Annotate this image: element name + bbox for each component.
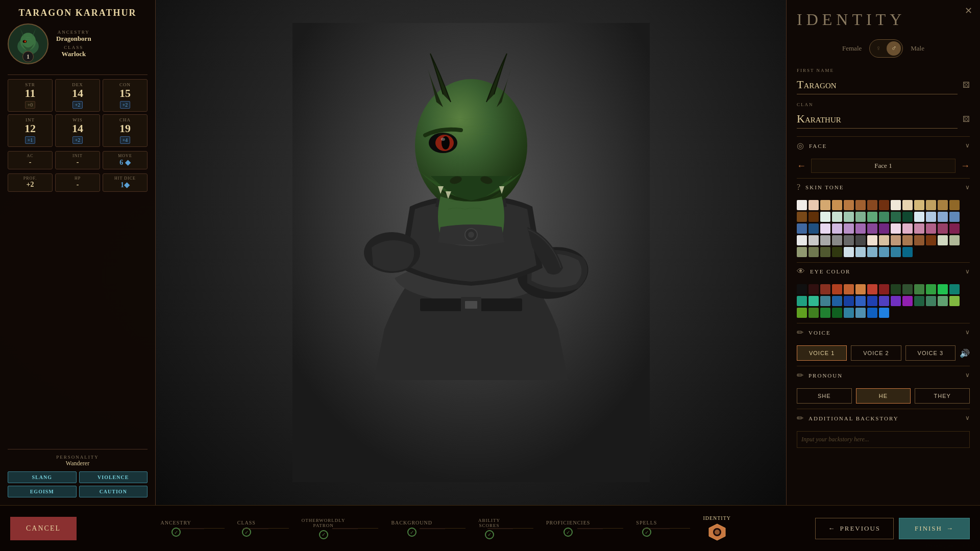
eye-swatch-0[interactable] (797, 284, 807, 294)
eye-swatch-21[interactable] (879, 296, 889, 306)
skin-swatch-51[interactable] (902, 235, 913, 245)
eye-swatch-3[interactable] (832, 284, 842, 294)
face-next-button[interactable]: → (961, 161, 970, 171)
gender-female-option[interactable]: ♀ (871, 41, 886, 56)
skin-swatch-49[interactable] (879, 235, 889, 245)
eye-swatch-1[interactable] (808, 284, 819, 294)
first-name-random-icon[interactable]: ⚄ (963, 80, 970, 90)
eye-swatch-26[interactable] (938, 296, 948, 306)
eye-swatch-11[interactable] (926, 284, 936, 294)
voice-3-button[interactable]: VOICE 3 (905, 345, 955, 361)
eye-swatch-25[interactable] (926, 296, 936, 306)
skin-tone-section-header[interactable]: ? SKIN TONE ∨ (797, 178, 970, 196)
skin-swatch-23[interactable] (902, 212, 913, 222)
skin-swatch-45[interactable] (832, 235, 842, 245)
skin-swatch-41[interactable] (949, 223, 960, 234)
skin-swatch-17[interactable] (832, 212, 842, 222)
eye-swatch-9[interactable] (902, 284, 913, 294)
skin-swatch-5[interactable] (855, 200, 866, 210)
eye-swatch-29[interactable] (808, 308, 819, 318)
eye-swatch-14[interactable] (797, 296, 807, 306)
eye-swatch-5[interactable] (855, 284, 866, 294)
volume-icon[interactable]: 🔊 (960, 348, 970, 358)
skin-swatch-36[interactable] (891, 223, 901, 234)
eye-swatch-10[interactable] (914, 284, 924, 294)
skin-swatch-11[interactable] (926, 200, 936, 210)
skin-swatch-38[interactable] (914, 223, 924, 234)
skin-swatch-53[interactable] (926, 235, 936, 245)
skin-swatch-48[interactable] (867, 235, 877, 245)
skin-swatch-28[interactable] (797, 223, 807, 234)
eye-color-section-header[interactable]: 👁 EYE COLOR ∨ (797, 262, 970, 280)
skin-swatch-57[interactable] (808, 247, 819, 257)
skin-swatch-35[interactable] (879, 223, 889, 234)
skin-swatch-20[interactable] (867, 212, 877, 222)
skin-swatch-63[interactable] (879, 247, 889, 257)
skin-swatch-61[interactable] (855, 247, 866, 257)
eye-swatch-33[interactable] (855, 308, 866, 318)
pronoun-section-header[interactable]: ✏ PRONOUN ∨ (797, 366, 970, 384)
voice-section-header[interactable]: ✏ VOICE ∨ (797, 323, 970, 341)
eye-swatch-18[interactable] (844, 296, 854, 306)
clan-input[interactable] (797, 110, 958, 129)
eye-swatch-7[interactable] (879, 284, 889, 294)
eye-swatch-17[interactable] (832, 296, 842, 306)
skin-swatch-58[interactable] (820, 247, 830, 257)
eye-swatch-28[interactable] (797, 308, 807, 318)
skin-swatch-27[interactable] (949, 212, 960, 222)
skin-swatch-16[interactable] (820, 212, 830, 222)
eye-swatch-24[interactable] (914, 296, 924, 306)
cancel-button[interactable]: CANCEL (10, 517, 77, 540)
skin-swatch-3[interactable] (832, 200, 842, 210)
first-name-input[interactable] (797, 76, 958, 94)
face-section-header[interactable]: ◎ FACE ∨ (797, 136, 970, 155)
eye-swatch-35[interactable] (879, 308, 889, 318)
finish-button[interactable]: FINISH → (899, 518, 970, 539)
eye-swatch-27[interactable] (949, 296, 960, 306)
skin-swatch-8[interactable] (891, 200, 901, 210)
skin-swatch-37[interactable] (902, 223, 913, 234)
skin-swatch-2[interactable] (820, 200, 830, 210)
voice-2-button[interactable]: VOICE 2 (851, 345, 901, 361)
skin-swatch-18[interactable] (844, 212, 854, 222)
skin-swatch-44[interactable] (820, 235, 830, 245)
skin-swatch-29[interactable] (808, 223, 819, 234)
eye-swatch-22[interactable] (891, 296, 901, 306)
close-button[interactable]: ✕ (965, 5, 972, 16)
skin-swatch-21[interactable] (879, 212, 889, 222)
eye-swatch-20[interactable] (867, 296, 877, 306)
skin-swatch-42[interactable] (797, 235, 807, 245)
skin-swatch-1[interactable] (808, 200, 819, 210)
eye-swatch-15[interactable] (808, 296, 819, 306)
skin-swatch-56[interactable] (797, 247, 807, 257)
skin-swatch-43[interactable] (808, 235, 819, 245)
skin-swatch-9[interactable] (902, 200, 913, 210)
trait-caution[interactable]: CAUTION (79, 486, 148, 497)
skin-swatch-59[interactable] (832, 247, 842, 257)
skin-swatch-4[interactable] (844, 200, 854, 210)
skin-swatch-60[interactable] (844, 247, 854, 257)
skin-swatch-64[interactable] (891, 247, 901, 257)
eye-swatch-34[interactable] (867, 308, 877, 318)
skin-swatch-0[interactable] (797, 200, 807, 210)
skin-swatch-46[interactable] (844, 235, 854, 245)
eye-swatch-6[interactable] (867, 284, 877, 294)
eye-swatch-30[interactable] (820, 308, 830, 318)
eye-swatch-12[interactable] (938, 284, 948, 294)
skin-swatch-14[interactable] (797, 212, 807, 222)
skin-swatch-47[interactable] (855, 235, 866, 245)
eye-swatch-4[interactable] (844, 284, 854, 294)
pronoun-she-button[interactable]: SHE (797, 388, 852, 404)
skin-swatch-33[interactable] (855, 223, 866, 234)
skin-swatch-12[interactable] (938, 200, 948, 210)
skin-swatch-32[interactable] (844, 223, 854, 234)
eye-swatch-13[interactable] (949, 284, 960, 294)
skin-swatch-13[interactable] (949, 200, 960, 210)
eye-swatch-19[interactable] (855, 296, 866, 306)
skin-swatch-62[interactable] (867, 247, 877, 257)
eye-swatch-8[interactable] (891, 284, 901, 294)
skin-swatch-19[interactable] (855, 212, 866, 222)
gender-male-option[interactable]: ♂ (887, 41, 901, 56)
eye-swatch-23[interactable] (902, 296, 913, 306)
skin-swatch-7[interactable] (879, 200, 889, 210)
